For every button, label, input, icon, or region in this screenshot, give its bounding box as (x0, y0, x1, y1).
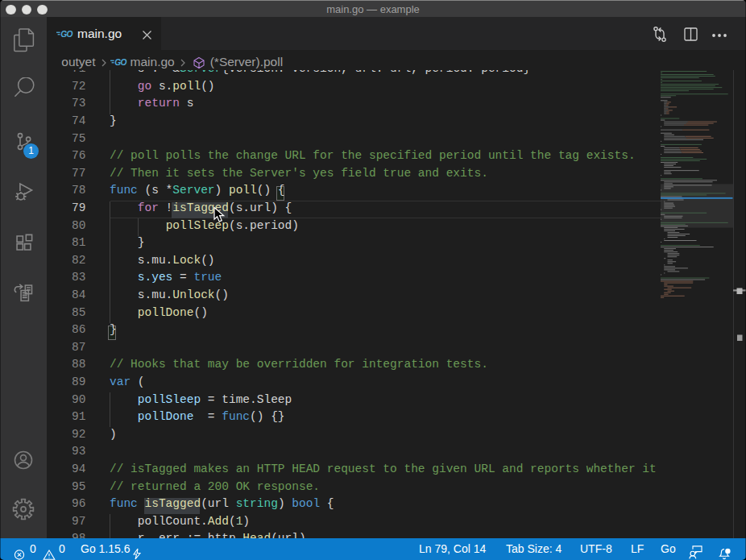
svg-text:GO: GO (114, 58, 126, 66)
svg-text:GO: GO (60, 30, 73, 38)
